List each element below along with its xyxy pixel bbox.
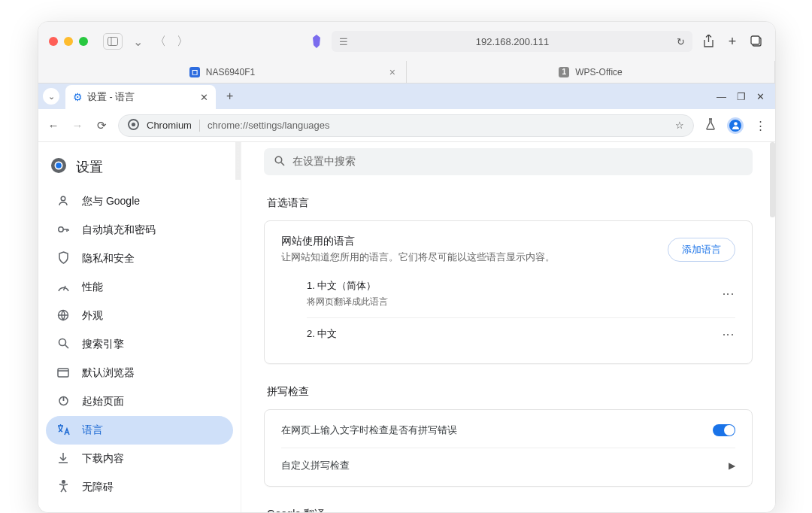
sidebar-item-you-and-google[interactable]: 您与 Google	[46, 187, 233, 216]
chrome-tab-settings[interactable]: ⚙ 设置 - 语言 ✕	[65, 85, 216, 109]
section-preferred-languages-title: 首选语言	[267, 196, 753, 210]
tab-overview-icon[interactable]	[748, 35, 765, 47]
forward-icon[interactable]: →	[70, 119, 85, 132]
safari-tabstrip: ◻ NAS6940F1 × 1 WPS-Office	[38, 61, 775, 83]
language-options-icon[interactable]: ⋮	[721, 288, 735, 299]
sidebar-item-default-browser[interactable]: 默认浏览器	[46, 359, 233, 387]
back-icon[interactable]: ←	[46, 119, 61, 132]
language-name: 2. 中文	[307, 327, 337, 341]
sidebar-item-label: 无障碍	[82, 481, 114, 494]
sidebar-item-autofill[interactable]: 自动填充和密码	[46, 216, 233, 244]
sidebar-item-privacy[interactable]: 隐私和安全	[46, 244, 233, 273]
window-traffic	[49, 37, 88, 46]
safari-tab-wps[interactable]: 1 WPS-Office	[407, 61, 775, 83]
forward-icon[interactable]: 〉	[175, 34, 190, 50]
sidebar-item-performance[interactable]: 性能	[46, 273, 233, 302]
svg-point-13	[59, 339, 65, 346]
scrollbar[interactable]	[770, 142, 775, 217]
spellcheck-custom-label[interactable]: 自定义拼写检查	[281, 459, 350, 472]
globe-icon	[56, 309, 70, 323]
settings-sidebar: 设置 您与 Google 自动填充和密码 隐私和安全 性能 外观 搜索引擎 默认…	[38, 142, 241, 512]
language-sub: 将网页翻译成此语言	[307, 296, 388, 308]
chromium-app-icon	[50, 157, 67, 177]
sidebar-item-downloads[interactable]: 下载内容	[46, 445, 233, 473]
kebab-menu-icon[interactable]: ⋮	[753, 119, 768, 132]
svg-point-5	[132, 122, 135, 126]
omnibox[interactable]: Chromium chrome://settings/languages ☆	[118, 114, 694, 137]
svg-point-11	[58, 226, 62, 231]
close-tab-icon[interactable]: ✕	[200, 92, 208, 103]
section-translate-title: Google 翻译	[267, 508, 753, 512]
sidebar-item-startup[interactable]: 起始页面	[46, 387, 233, 416]
back-icon[interactable]: 〈	[153, 34, 168, 50]
sidebar-toggle-icon[interactable]	[103, 33, 123, 50]
spellcheck-toggle[interactable]	[713, 424, 735, 436]
sidebar-item-appearance[interactable]: 外观	[46, 302, 233, 330]
person-icon	[56, 195, 70, 209]
minimize-window-icon[interactable]	[64, 37, 73, 46]
search-icon	[274, 156, 285, 168]
safari-tab-label: WPS-Office	[575, 67, 622, 77]
close-window-icon[interactable]	[49, 37, 58, 46]
labs-icon[interactable]	[703, 118, 718, 132]
new-tab-icon[interactable]: +	[724, 34, 741, 50]
reload-icon[interactable]: ⟳	[94, 119, 109, 132]
language-item-zh-cn: 1. 中文（简体） 将网页翻译成此语言 ⋮	[307, 270, 735, 317]
svg-point-9	[56, 162, 62, 168]
language-options-icon[interactable]: ⋮	[721, 329, 735, 340]
safari-tab-nas[interactable]: ◻ NAS6940F1 ×	[38, 61, 407, 83]
close-tab-icon[interactable]: ×	[389, 66, 395, 78]
search-icon	[56, 338, 70, 351]
tab-search-icon[interactable]: ⌄	[43, 88, 59, 105]
maximize-window-icon[interactable]	[79, 37, 88, 46]
svg-point-16	[62, 481, 65, 484]
languages-card: 网站使用的语言 让网站知道您所用的语言。它们将尽可能以这些语言显示内容。 添加语…	[264, 220, 753, 364]
chrome-tabstrip: ⌄ ⚙ 设置 - 语言 ✕ + — ❐ ✕	[38, 83, 775, 109]
new-chrome-tab-icon[interactable]: +	[226, 90, 233, 103]
chevron-right-icon[interactable]: ▶	[729, 460, 735, 471]
chrome-toolbar: ← → ⟳ Chromium chrome://settings/languag…	[38, 109, 775, 142]
reload-icon[interactable]: ↻	[677, 36, 685, 47]
sidebar-item-search-engine[interactable]: 搜索引擎	[46, 330, 233, 359]
svg-point-17	[275, 156, 281, 162]
translate-icon	[56, 423, 70, 438]
sidebar-item-label: 起始页面	[82, 395, 124, 408]
dropdown-icon[interactable]: ⌄	[130, 35, 145, 49]
share-icon[interactable]	[700, 35, 717, 48]
close-icon[interactable]: ✕	[756, 91, 765, 102]
obsidian-icon[interactable]	[309, 34, 324, 49]
sidebar-item-label: 语言	[82, 423, 103, 437]
sidebar-item-accessibility[interactable]: 无障碍	[46, 473, 233, 502]
svg-point-10	[61, 196, 65, 201]
svg-rect-3	[751, 36, 759, 44]
sidebar-item-label: 您与 Google	[82, 195, 140, 208]
add-language-button[interactable]: 添加语言	[668, 238, 735, 262]
browser-name: Chromium	[147, 120, 192, 131]
minimize-icon[interactable]: —	[717, 91, 726, 102]
svg-rect-14	[58, 369, 68, 377]
chrome-tab-label: 设置 - 语言	[87, 91, 135, 104]
chromium-logo-icon	[128, 119, 139, 132]
spellcheck-row-label: 在网页上输入文字时检查是否有拼写错误	[281, 423, 457, 437]
language-item-zh: 2. 中文 ⋮	[307, 317, 735, 350]
bookmark-star-icon[interactable]: ☆	[675, 120, 684, 131]
spellcheck-card: 在网页上输入文字时检查是否有拼写错误 自定义拼写检查 ▶	[264, 409, 753, 487]
power-icon	[56, 395, 70, 408]
settings-main: 在设置中搜索 首选语言 网站使用的语言 让网站知道您所用的语言。它们将尽可能以这…	[241, 142, 775, 512]
speed-icon	[56, 281, 70, 294]
languages-card-desc: 让网站知道您所用的语言。它们将尽可能以这些语言显示内容。	[281, 251, 555, 264]
settings-search[interactable]: 在设置中搜索	[264, 148, 753, 175]
page-format-icon[interactable]: ☰	[339, 36, 348, 47]
sidebar-item-languages[interactable]: 语言	[46, 416, 233, 445]
browser-icon	[56, 367, 70, 380]
language-name: 1. 中文（简体）	[307, 279, 388, 293]
safari-address-bar[interactable]: ☰ 192.168.200.111 ↻	[332, 31, 692, 52]
svg-point-6	[734, 122, 738, 126]
sidebar-item-label: 性能	[82, 281, 103, 294]
profile-avatar-icon[interactable]	[727, 117, 744, 134]
safari-tab-label: NAS6940F1	[206, 67, 255, 77]
chromium-window: ⌄ ⚙ 设置 - 语言 ✕ + — ❐ ✕ ← → ⟳ Chromium	[38, 83, 775, 512]
download-icon	[56, 452, 70, 466]
restore-icon[interactable]: ❐	[737, 91, 746, 102]
safari-url: 192.168.200.111	[348, 36, 677, 47]
